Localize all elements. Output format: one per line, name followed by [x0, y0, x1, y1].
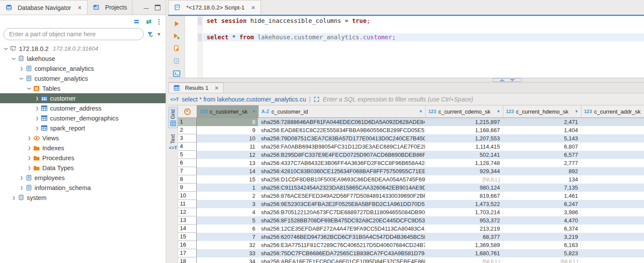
grid-cell[interactable]: 1,473,522	[425, 200, 503, 208]
grid-cell[interactable]: 11	[197, 143, 258, 151]
execute-statement-icon[interactable]	[172, 19, 181, 28]
grid-cell[interactable]: 1,461	[503, 192, 581, 200]
grid-cell[interactable]: [NULL]	[425, 175, 503, 184]
chevron-expanded-icon[interactable]: ❯	[12, 55, 16, 62]
grid-cell[interactable]: 929,344	[425, 167, 503, 175]
code-line-current[interactable]: select * from lakehouse.customer_analyti…	[203, 33, 644, 41]
grid-cell[interactable]: sha256:B705122120A673FC7DE6889727DB11809…	[258, 208, 425, 216]
chevron-collapsed-icon[interactable]: ❯	[34, 126, 41, 130]
column-header-c_customer_sk[interactable]: 123c_customer_sk▼	[197, 105, 259, 117]
row-number[interactable]: 13	[178, 216, 197, 225]
splitter-sash[interactable]	[493, 78, 522, 82]
row-number[interactable]: 6	[178, 159, 197, 167]
close-icon[interactable]: ✕	[78, 5, 82, 11]
execute-script-icon[interactable]	[172, 44, 181, 53]
grid-cell[interactable]: [NULL]	[425, 257, 503, 263]
tab-database-navigator[interactable]: Database Navigator ✕	[0, 0, 88, 15]
grid-cell[interactable]: 39,55	[581, 208, 644, 216]
row-number[interactable]: 2	[178, 126, 197, 134]
grid-cell[interactable]: 2	[197, 192, 258, 200]
grid-cell[interactable]: 6,163	[503, 241, 581, 249]
row-number[interactable]: 7	[178, 167, 197, 175]
tree-item-information-schema[interactable]: ❯information_schema	[0, 183, 166, 193]
grid-cell[interactable]: 5	[197, 216, 258, 225]
tree-item-customer-analytics[interactable]: ❯customer_analytics	[0, 73, 166, 83]
row-number[interactable]: 12	[178, 208, 197, 216]
column-header-c_current_addr_sk[interactable]: 123c_current_addr_sk▼	[581, 105, 644, 117]
editor-results-splitter[interactable]	[168, 78, 644, 82]
tab-results-1[interactable]: Results 1 ✕	[168, 82, 223, 93]
chevron-collapsed-icon[interactable]: ❯	[26, 156, 33, 160]
tree-item-system[interactable]: ❯system	[0, 193, 166, 203]
menu-dots-icon[interactable]	[158, 18, 160, 25]
grid-cell[interactable]: 6,577	[503, 151, 581, 159]
sash-up-icon[interactable]	[499, 79, 505, 81]
grid-cell[interactable]: 5,143	[503, 134, 581, 143]
grid-cell[interactable]: sha256:620746BED947362BCD6CF31B0A4C547DD…	[258, 233, 425, 241]
grid-cell[interactable]: 953,372	[425, 216, 503, 225]
row-number[interactable]: 10	[178, 192, 197, 200]
code-line[interactable]	[203, 25, 644, 33]
chevron-collapsed-icon[interactable]: ❯	[18, 176, 25, 180]
explain-plan-icon[interactable]	[172, 57, 181, 65]
grid-cell[interactable]: 30,46	[581, 175, 644, 184]
execute-new-tab-icon[interactable]	[172, 32, 181, 41]
grid-cell[interactable]: 2,471	[503, 118, 581, 126]
grid-cell[interactable]: 19,58	[581, 134, 644, 143]
grid-cell[interactable]: 5,823	[503, 249, 581, 257]
grid-cell[interactable]: sha256:FA0ABB6943B98054FC31D12D3E3AEC689…	[258, 143, 425, 151]
grid-cell[interactable]: 3	[197, 200, 258, 208]
grid-cell[interactable]: 14	[197, 167, 258, 175]
row-number[interactable]: 9	[178, 184, 197, 192]
grid-cell[interactable]: 8	[197, 118, 258, 126]
close-icon[interactable]: ✕	[214, 85, 219, 91]
grid-cell[interactable]: sha256:D1CDF8DBB10F500EA9693C86DE6DEAA05…	[258, 175, 425, 184]
grid-cell[interactable]: 1,168,667	[425, 126, 503, 134]
grid-cell[interactable]: 1,215,897	[425, 118, 503, 126]
row-number[interactable]: 11	[178, 200, 197, 208]
grid-cell[interactable]: 1,680,761	[425, 249, 503, 257]
grid-cell[interactable]: sha256:79D08751C3EA7C83BA57D177E00413D0C…	[258, 134, 425, 143]
grid-cell[interactable]: 4	[197, 208, 258, 216]
link-with-editor-icon[interactable]: ⇄	[146, 18, 151, 25]
grid-cell[interactable]: 213,219	[425, 225, 503, 233]
grid-cell[interactable]: 502,141	[425, 151, 503, 159]
tab-projects[interactable]: Projects	[88, 0, 133, 15]
chevron-expanded-icon[interactable]: ❯	[27, 85, 31, 92]
grid-cell[interactable]: sha256:876ACE5EFED349A2D56F77D5084891433…	[258, 192, 425, 200]
grid-cell[interactable]: 49,38	[581, 126, 644, 134]
column-dropdown-icon[interactable]: ▼	[575, 109, 578, 114]
tree-item-views[interactable]: ❯Views	[0, 133, 166, 143]
grid-cell[interactable]: 892	[503, 167, 581, 175]
grid-cell[interactable]: 6,807	[503, 143, 581, 151]
grid-cell[interactable]: 6,247	[503, 200, 581, 208]
chevron-expanded-icon[interactable]: ❯	[4, 45, 8, 52]
chevron-collapsed-icon[interactable]: ❯	[34, 106, 41, 111]
grid-cell[interactable]: 1	[197, 184, 258, 192]
grid-cell[interactable]: 7	[197, 233, 258, 241]
grid-cell[interactable]: sha256:42810C83B0360CE125634F068BAF8FF75…	[258, 167, 425, 175]
grid-cell[interactable]: 980,124	[425, 184, 503, 192]
grid-cell[interactable]: sha256:12CE35EFDABF272A4A47E9FA9CC5D4113…	[258, 225, 425, 233]
tree-item-procedures[interactable]: ❯Procedures	[0, 153, 166, 163]
row-number[interactable]: 4	[178, 143, 197, 151]
row-number[interactable]: 17	[178, 249, 197, 257]
column-header-c_current_cdemo_sk[interactable]: 123c_current_cdemo_sk▼	[426, 105, 503, 117]
grid-cell[interactable]: 6	[197, 225, 258, 233]
grid-cell[interactable]: 13	[197, 159, 258, 167]
grid-cell[interactable]: sha256:72888646ABF61FA044EDEC061D6DA5A09…	[258, 118, 425, 126]
row-number[interactable]: 15	[178, 233, 197, 241]
grid-cell[interactable]: 6,374	[503, 225, 581, 233]
grid-cell[interactable]: 16,59	[581, 118, 644, 126]
chevron-collapsed-icon[interactable]: ❯	[34, 116, 41, 120]
grid-cell[interactable]: 15	[197, 175, 258, 184]
grid-cell[interactable]: sha256:B295D8FC337E9E4FECD0725D907ACD6B6…	[258, 151, 425, 159]
grid-cell[interactable]: sha256:EAD8E61C8C22E555834FBBA9B60556CB2…	[258, 126, 425, 134]
grid-cell[interactable]: 1,369,589	[425, 241, 503, 249]
grid-cell[interactable]: 33	[197, 249, 258, 257]
grid-cell[interactable]: 48,29	[581, 241, 644, 249]
tree-item-lakehouse[interactable]: ❯lakehouse	[0, 54, 166, 63]
tree-item-customer-address[interactable]: ❯customer_address	[0, 103, 166, 113]
grid-cell[interactable]: sha256:ABEA16E7F1ECBDCA6E01CE1095D84E37C…	[258, 257, 425, 263]
tree-item-employees[interactable]: ❯employees	[0, 173, 166, 183]
